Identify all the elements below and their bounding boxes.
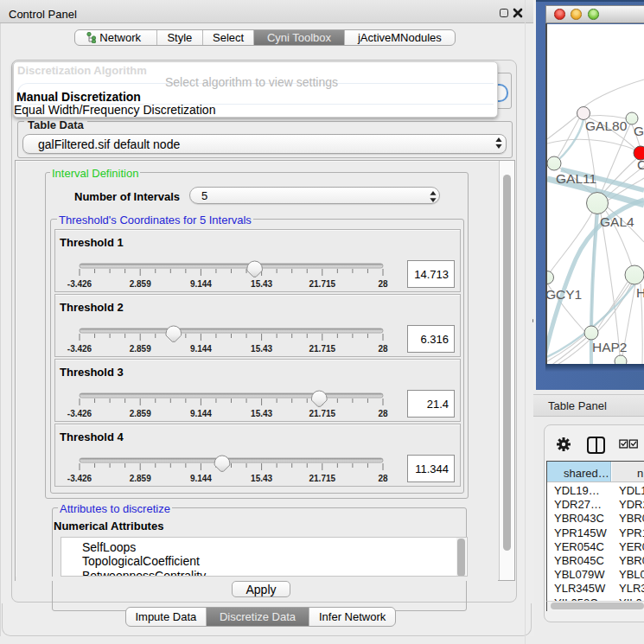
- svg-text:21.715: 21.715: [309, 474, 336, 483]
- svg-text:9.144: 9.144: [190, 409, 212, 418]
- svg-text:21.715: 21.715: [309, 409, 336, 418]
- svg-text:21.715: 21.715: [309, 279, 336, 289]
- svg-text:-3.426: -3.426: [67, 474, 92, 483]
- svg-text:GAL11: GAL11: [556, 171, 596, 186]
- svg-text:G.: G.: [634, 124, 644, 138]
- svg-text:28: 28: [378, 279, 388, 289]
- svg-text:2.859: 2.859: [130, 474, 151, 483]
- svg-text:28: 28: [378, 474, 388, 483]
- svg-text:C: C: [637, 157, 644, 172]
- svg-text:GAL80: GAL80: [585, 118, 628, 133]
- svg-text:HAP2: HAP2: [592, 340, 628, 354]
- svg-text:15.43: 15.43: [251, 474, 272, 483]
- svg-text:GAL4: GAL4: [600, 214, 634, 229]
- svg-text:28: 28: [378, 409, 388, 418]
- svg-text:9.144: 9.144: [190, 279, 212, 289]
- svg-text:GCY1: GCY1: [547, 287, 582, 302]
- svg-text:21.715: 21.715: [309, 344, 336, 354]
- svg-text:9.144: 9.144: [190, 474, 212, 483]
- svg-text:2.859: 2.859: [130, 279, 151, 289]
- svg-text:2.859: 2.859: [130, 409, 151, 418]
- svg-text:15.43: 15.43: [251, 279, 272, 289]
- svg-text:9.144: 9.144: [190, 344, 212, 354]
- svg-text:-3.426: -3.426: [67, 409, 92, 418]
- svg-text:15.43: 15.43: [251, 344, 272, 354]
- svg-text:-3.426: -3.426: [67, 344, 92, 354]
- svg-text:-3.426: -3.426: [67, 279, 92, 289]
- svg-text:H: H: [636, 285, 644, 300]
- svg-text:28: 28: [378, 344, 388, 354]
- svg-text:2.859: 2.859: [130, 344, 151, 354]
- svg-text:15.43: 15.43: [251, 409, 272, 418]
